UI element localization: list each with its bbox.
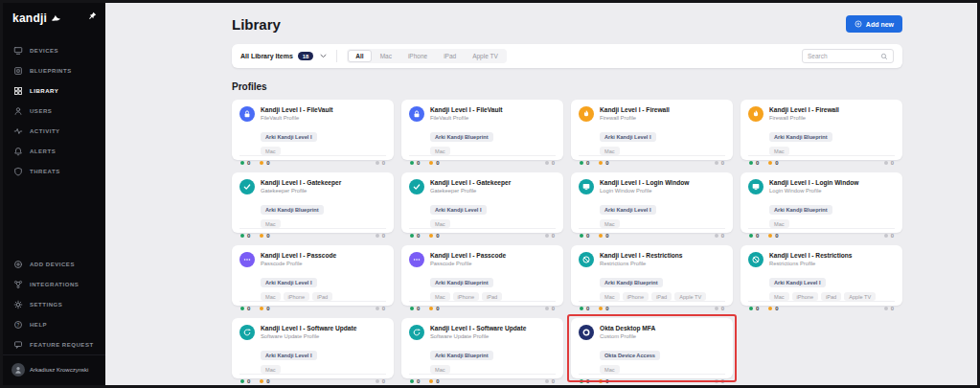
sidebar-item-users[interactable]: USERS [3, 101, 105, 121]
library-item-card[interactable]: Kandji Level I - Login Window Login Wind… [741, 172, 902, 233]
card-head: Kandji Level I - Software Update Softwar… [409, 325, 556, 340]
card-titles: Kandji Level I - Software Update Softwar… [261, 325, 356, 339]
count-value: 0 [247, 306, 250, 311]
gray-dot-icon [715, 234, 718, 238]
green-dot-icon [749, 307, 753, 310]
device-tag: Mac [430, 365, 450, 374]
settings-icon [13, 300, 23, 309]
orange-dot-icon [429, 161, 433, 165]
orange-dot-icon [599, 161, 603, 165]
library-item-card[interactable]: Kandji Level I - FileVault FileVault Pro… [232, 100, 394, 160]
library-item-card[interactable]: Kandji Level I - Passcode Passcode Profi… [232, 245, 394, 306]
badge-row: Arki Kandji Blueprint [261, 198, 386, 216]
card-head: Kandji Level I - Firewall Firewall Profi… [579, 106, 725, 122]
library-item-card[interactable]: Kandji Level I - Gatekeeper Gatekeeper P… [232, 172, 394, 233]
library-item-card[interactable]: Kandji Level I - FileVault FileVault Pro… [401, 100, 563, 160]
user-row[interactable]: Arkadiusz Krowczynski [3, 354, 105, 385]
gray-dot-icon [715, 307, 718, 310]
device-tags: Mac [261, 365, 386, 374]
library-item-card[interactable]: Kandji Level I - Firewall Firewall Profi… [571, 100, 733, 160]
library-filter-dropdown[interactable]: All Library Items 18 [240, 52, 327, 60]
tab-apple-tv[interactable]: Apple TV [465, 50, 506, 62]
sidebar-item-alerts[interactable]: ALERTS [3, 141, 105, 161]
blueprint-badge: Arki Kandji Level I [261, 351, 317, 360]
green-dot-icon [240, 307, 244, 310]
tab-mac[interactable]: Mac [373, 50, 399, 62]
sidebar-item-help[interactable]: ? HELP [3, 314, 105, 334]
blueprint-badge: Arki Kandji Blueprint [600, 278, 663, 287]
count-value: 0 [586, 378, 589, 384]
count-value: 0 [775, 306, 778, 311]
green-dot-icon [749, 234, 753, 238]
status-count-success: 0 [749, 306, 759, 311]
count-value: 0 [586, 233, 589, 239]
card-subtitle: Login Window Profile [600, 188, 689, 194]
status-count-muted: 0 [376, 160, 385, 166]
status-count-success: 0 [240, 233, 250, 239]
pin-icon[interactable] [88, 11, 97, 20]
library-item-card[interactable]: Kandji Level I - Passcode Passcode Profi… [401, 245, 563, 306]
card-footer: 0 0 0 [239, 301, 386, 316]
badge-row: Arki Kandji Level I [600, 198, 725, 216]
blueprint-badge: Arki Kandji Level I [430, 205, 487, 215]
blueprint-badge: Arki Kandji Level I [600, 205, 656, 215]
sidebar-item-feature-request[interactable]: FEATURE REQUEST [3, 334, 105, 354]
search-input[interactable] [808, 53, 877, 59]
card-subtitle: Restrictions Profile [769, 261, 852, 266]
count-value: 0 [382, 306, 385, 311]
avatar[interactable] [11, 363, 25, 377]
status-count-warning: 0 [260, 378, 269, 384]
library-item-card[interactable]: Kandji Level I - Software Update Softwar… [232, 318, 394, 378]
status-count-warning: 0 [768, 306, 778, 311]
device-tag: iPhone [792, 292, 818, 301]
count-value: 0 [417, 233, 420, 239]
card-head: Kandji Level I - Restrictions Restrictio… [579, 252, 725, 267]
blueprint-badge: Okta Device Access [600, 351, 660, 360]
device-tag: iPhone [284, 292, 309, 301]
sidebar-item-activity[interactable]: ACTIVITY [3, 121, 105, 141]
sidebar-item-threats[interactable]: THREATS [3, 161, 105, 181]
count-value: 0 [266, 160, 269, 166]
count-value: 0 [417, 160, 420, 166]
sidebar-item-label: FEATURE REQUEST [30, 342, 94, 348]
count-value: 0 [552, 233, 555, 239]
card-head: Kandji Level I - Passcode Passcode Profi… [239, 252, 386, 267]
tab-all[interactable]: All [348, 50, 371, 62]
card-titles: Kandji Level I - Firewall Firewall Profi… [769, 106, 839, 121]
library-item-card[interactable]: Kandji Level I - Restrictions Restrictio… [741, 245, 902, 306]
device-tags: Mac [430, 365, 556, 374]
status-count-muted: 0 [715, 378, 724, 384]
orange-dot-icon [260, 379, 263, 383]
sidebar-item-blueprints[interactable]: BLUEPRINTS [3, 60, 105, 80]
sidebar-item-integrations[interactable]: INTEGRATIONS [3, 274, 105, 294]
gray-dot-icon [545, 379, 549, 383]
library-item-card[interactable]: Okta Desktop MFA Custom Profile Okta Dev… [571, 318, 733, 378]
status-count-success: 0 [240, 378, 250, 384]
sidebar-item-devices[interactable]: DEVICES [3, 40, 105, 60]
library-item-card[interactable]: Kandji Level I - Software Update Softwar… [401, 318, 563, 378]
library-item-card[interactable]: Kandji Level I - Firewall Firewall Profi… [741, 100, 902, 160]
card-titles: Kandji Level I - Login Window Login Wind… [769, 179, 858, 194]
sidebar-item-settings[interactable]: SETTINGS [3, 294, 105, 314]
search-icon [880, 53, 888, 60]
blueprint-badge: Arki Kandji Blueprint [430, 278, 493, 287]
restrictions-icon [579, 252, 594, 267]
sidebar-item-library[interactable]: LIBRARY [3, 80, 105, 101]
orange-dot-icon [260, 307, 263, 310]
add-new-button[interactable]: Add new [846, 15, 902, 33]
device-tags: Mac [600, 365, 725, 374]
library-item-card[interactable]: Kandji Level I - Login Window Login Wind… [571, 172, 733, 233]
add-new-label: Add new [866, 21, 894, 28]
status-count-muted: 0 [545, 233, 555, 239]
sidebar-item-add-devices[interactable]: ADD DEVICES [3, 254, 105, 274]
count-value: 0 [891, 306, 894, 311]
library-item-card[interactable]: Kandji Level I - Restrictions Restrictio… [571, 245, 733, 306]
library-item-card[interactable]: Kandji Level I - Gatekeeper Gatekeeper P… [401, 172, 563, 233]
status-count-muted: 0 [545, 306, 555, 311]
blueprint-badge: Arki Kandji Level I [261, 278, 317, 287]
search-box[interactable] [802, 49, 894, 63]
tab-iphone[interactable]: iPhone [400, 50, 435, 62]
device-tags: MaciPhoneiPadApple TV [600, 292, 725, 301]
device-tags: Mac [261, 147, 386, 155]
tab-ipad[interactable]: iPad [436, 50, 464, 62]
